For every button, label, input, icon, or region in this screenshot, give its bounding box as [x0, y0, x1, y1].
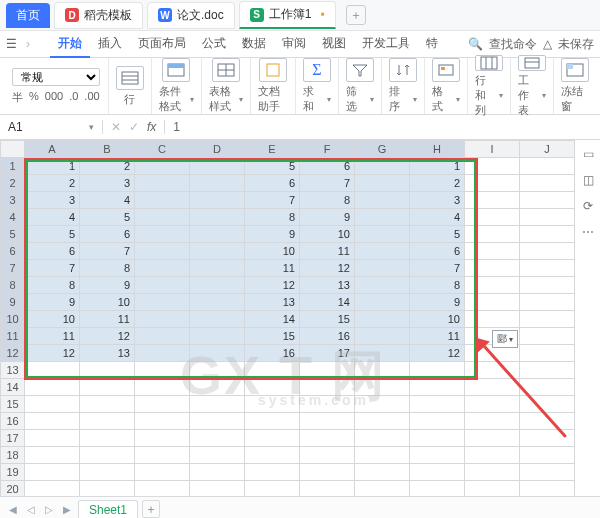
cell-E11[interactable]: 15 [245, 328, 300, 345]
cell-J7[interactable] [520, 260, 575, 277]
cell-E8[interactable]: 12 [245, 277, 300, 294]
cell-I6[interactable] [465, 243, 520, 260]
cell-B2[interactable]: 3 [80, 175, 135, 192]
row-header-14[interactable]: 14 [1, 379, 25, 396]
cell-B15[interactable] [80, 396, 135, 413]
cell-H15[interactable] [410, 396, 465, 413]
col-header-B[interactable]: B [80, 141, 135, 158]
cell-B12[interactable]: 13 [80, 345, 135, 362]
cell-I15[interactable] [465, 396, 520, 413]
group-format[interactable]: 格式 [425, 58, 468, 114]
cell-B5[interactable]: 6 [80, 226, 135, 243]
cell-E4[interactable]: 8 [245, 209, 300, 226]
cell-D7[interactable] [190, 260, 245, 277]
cell-G20[interactable] [355, 481, 410, 497]
formula-value[interactable]: 1 [173, 120, 180, 134]
row-header-11[interactable]: 11 [1, 328, 25, 345]
cell-D2[interactable] [190, 175, 245, 192]
cell-D20[interactable] [190, 481, 245, 497]
cell-I7[interactable] [465, 260, 520, 277]
cell-J20[interactable] [520, 481, 575, 497]
cell-A5[interactable]: 5 [25, 226, 80, 243]
row-header-15[interactable]: 15 [1, 396, 25, 413]
cell-H20[interactable] [410, 481, 465, 497]
cell-G10[interactable] [355, 311, 410, 328]
row-header-5[interactable]: 5 [1, 226, 25, 243]
row-header-7[interactable]: 7 [1, 260, 25, 277]
cell-B8[interactable]: 9 [80, 277, 135, 294]
col-header-H[interactable]: H [410, 141, 465, 158]
cell-C7[interactable] [135, 260, 190, 277]
search-icon[interactable]: 🔍 [468, 37, 483, 51]
ribbon-tab-layout[interactable]: 页面布局 [130, 31, 194, 58]
cell-G9[interactable] [355, 294, 410, 311]
cell-B18[interactable] [80, 447, 135, 464]
cell-J4[interactable] [520, 209, 575, 226]
cell-B9[interactable]: 10 [80, 294, 135, 311]
cancel-formula-icon[interactable]: ✕ [111, 120, 121, 134]
cell-E20[interactable] [245, 481, 300, 497]
name-box[interactable]: A1 ▾ [0, 120, 103, 134]
cell-D18[interactable] [190, 447, 245, 464]
cell-C14[interactable] [135, 379, 190, 396]
cell-C15[interactable] [135, 396, 190, 413]
cell-E18[interactable] [245, 447, 300, 464]
sheet-nav-prev[interactable]: ◁ [24, 504, 38, 515]
row-header-12[interactable]: 12 [1, 345, 25, 362]
group-filter[interactable]: 筛选 [339, 58, 382, 114]
cell-B11[interactable]: 12 [80, 328, 135, 345]
col-header-G[interactable]: G [355, 141, 410, 158]
cell-E9[interactable]: 13 [245, 294, 300, 311]
cell-C2[interactable] [135, 175, 190, 192]
cell-A2[interactable]: 2 [25, 175, 80, 192]
row-header-6[interactable]: 6 [1, 243, 25, 260]
cell-F19[interactable] [300, 464, 355, 481]
cell-D10[interactable] [190, 311, 245, 328]
cell-J1[interactable] [520, 158, 575, 175]
col-header-A[interactable]: A [25, 141, 80, 158]
cell-E19[interactable] [245, 464, 300, 481]
cell-A15[interactable] [25, 396, 80, 413]
cell-A19[interactable] [25, 464, 80, 481]
cell-A16[interactable] [25, 413, 80, 430]
ribbon-tab-review[interactable]: 审阅 [274, 31, 314, 58]
cell-A12[interactable]: 12 [25, 345, 80, 362]
group-cond-format[interactable]: 条件格式 [152, 58, 202, 114]
number-format-select[interactable]: 常规 [12, 68, 100, 86]
cell-J13[interactable] [520, 362, 575, 379]
cell-G11[interactable] [355, 328, 410, 345]
cell-D14[interactable] [190, 379, 245, 396]
cell-G18[interactable] [355, 447, 410, 464]
ribbon-tab-data[interactable]: 数据 [234, 31, 274, 58]
cell-J3[interactable] [520, 192, 575, 209]
cell-C11[interactable] [135, 328, 190, 345]
cell-I2[interactable] [465, 175, 520, 192]
cell-D17[interactable] [190, 430, 245, 447]
cell-G3[interactable] [355, 192, 410, 209]
tab-templates[interactable]: D稻壳模板 [54, 2, 143, 29]
cell-F8[interactable]: 13 [300, 277, 355, 294]
cell-G7[interactable] [355, 260, 410, 277]
ribbon-tab-extra[interactable]: 特 [418, 31, 446, 58]
cell-B3[interactable]: 4 [80, 192, 135, 209]
cell-A8[interactable]: 8 [25, 277, 80, 294]
cell-F11[interactable]: 16 [300, 328, 355, 345]
cell-E13[interactable] [245, 362, 300, 379]
cell-D8[interactable] [190, 277, 245, 294]
cell-H10[interactable]: 10 [410, 311, 465, 328]
col-header-C[interactable]: C [135, 141, 190, 158]
row-header-8[interactable]: 8 [1, 277, 25, 294]
cell-H11[interactable]: 11 [410, 328, 465, 345]
menu-icon[interactable]: ☰ [6, 37, 20, 51]
cell-E12[interactable]: 16 [245, 345, 300, 362]
cell-A17[interactable] [25, 430, 80, 447]
cell-A4[interactable]: 4 [25, 209, 80, 226]
cell-G14[interactable] [355, 379, 410, 396]
col-header-D[interactable]: D [190, 141, 245, 158]
cell-E14[interactable] [245, 379, 300, 396]
row-header-4[interactable]: 4 [1, 209, 25, 226]
col-header-I[interactable]: I [465, 141, 520, 158]
col-header-F[interactable]: F [300, 141, 355, 158]
cell-C18[interactable] [135, 447, 190, 464]
percent-button[interactable]: % [29, 90, 39, 105]
